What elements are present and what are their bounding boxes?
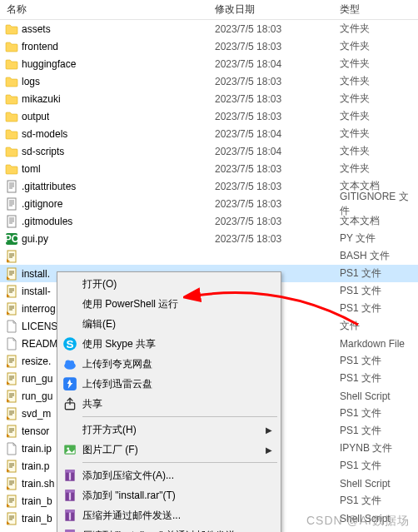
file-name-label: .gitignore — [22, 198, 62, 210]
file-row[interactable]: BASH 文件 — [0, 247, 418, 265]
file-type-cell: 文件夹 — [340, 162, 418, 176]
file-type-cell: PS1 文件 — [340, 301, 418, 316]
svg-rect-43 — [65, 490, 74, 492]
menu-label: 上传到夸克网盘 — [82, 357, 152, 371]
menu-label: 添加到压缩文件(A)... — [82, 469, 174, 483]
folder-icon — [5, 92, 18, 106]
file-date-cell: 2023/7/5 18:03 — [215, 23, 340, 35]
column-header-name[interactable]: 名称 — [0, 2, 215, 17]
file-type-cell: 文件夹 — [340, 109, 418, 123]
file-type-cell: 文件夹 — [340, 22, 418, 36]
file-name-label: resize. — [22, 355, 51, 367]
menu-open[interactable]: 打开(O) — [59, 274, 279, 294]
menu-add-to-archive[interactable]: 添加到压缩文件(A)... — [59, 465, 279, 485]
file-row[interactable]: .gitmodules2023/7/5 18:03文本文档 — [0, 212, 418, 230]
menu-compress-rar-email[interactable]: 压缩到 "install.rar" 并通过邮件发送 — [59, 525, 279, 532]
file-name-label: mikazuki — [22, 93, 61, 105]
picture-icon — [62, 442, 77, 457]
menu-run-powershell[interactable]: 使用 PowerShell 运行 — [59, 294, 279, 314]
script-icon — [5, 250, 18, 263]
menu-label: 使用 Skype 共享 — [82, 337, 156, 351]
menu-label: 压缩并通过邮件发送... — [82, 509, 181, 523]
svg-point-38 — [67, 447, 69, 450]
file-type-cell: PS1 文件 — [340, 406, 418, 420]
menu-share[interactable]: 共享 — [59, 394, 279, 414]
file-type-cell: PS1 文件 — [340, 494, 418, 508]
menu-edit[interactable]: 编辑(E) — [59, 314, 279, 334]
file-row[interactable]: sd-models2023/7/5 18:04文件夹 — [0, 125, 418, 142]
file-name-cell: huggingface — [0, 57, 215, 71]
file-name-label: run_gu — [22, 390, 52, 402]
file-row[interactable]: logs2023/7/5 18:03文件夹 — [0, 72, 418, 90]
file-row[interactable]: output2023/7/5 18:03文件夹 — [0, 107, 418, 125]
blank-icon — [5, 320, 18, 333]
folder-icon — [5, 57, 18, 71]
file-row[interactable]: sd-scripts2023/7/5 18:04文件夹 — [0, 142, 418, 160]
file-type-cell: BASH 文件 — [340, 249, 418, 263]
file-date-cell: 2023/7/5 18:03 — [215, 41, 340, 52]
script-icon — [5, 390, 18, 403]
file-date-cell: 2023/7/5 18:04 — [215, 128, 340, 140]
folder-icon — [5, 22, 18, 36]
menu-pic-factory[interactable]: 图片工厂 (F)▶ — [59, 440, 279, 460]
rar-icon — [62, 488, 77, 503]
script-icon — [5, 425, 18, 438]
menu-label: 打开方式(H) — [82, 423, 137, 437]
file-name-label: .gitattributes — [22, 181, 76, 192]
file-name-cell: PCgui.py — [0, 232, 215, 246]
menu-label: 压缩到 "install.rar" 并通过邮件发送 — [82, 529, 236, 533]
menu-label: 添加到 "install.rar"(T) — [82, 489, 176, 503]
menu-separator — [82, 416, 277, 417]
skype-icon: S — [62, 336, 77, 351]
xunlei-icon — [62, 376, 77, 391]
file-name-label: gui.py — [22, 233, 48, 245]
file-row[interactable]: PCgui.py2023/7/5 18:03PY 文件 — [0, 230, 418, 247]
file-row[interactable]: .gitignore2023/7/5 18:03GITIGNORE 文件 — [0, 195, 418, 212]
file-row[interactable]: mikazuki2023/7/5 18:03文件夹 — [0, 90, 418, 107]
file-date-cell: 2023/7/5 18:03 — [215, 198, 340, 210]
script-icon — [5, 302, 18, 316]
menu-skype-share[interactable]: S 使用 Skype 共享 — [59, 334, 279, 354]
file-name-label: train_b — [22, 513, 52, 525]
svg-point-34 — [69, 360, 74, 365]
file-row[interactable]: assets2023/7/5 18:03文件夹 — [0, 20, 418, 37]
menu-upload-xunlei[interactable]: 上传到迅雷云盘 — [59, 374, 279, 394]
file-type-cell: 文件夹 — [340, 127, 418, 141]
file-name-label: run_gu — [22, 373, 52, 385]
file-type-cell: 文件夹 — [340, 144, 418, 158]
file-type-cell: 文件夹 — [340, 74, 418, 88]
file-name-cell: sd-models — [0, 127, 215, 141]
blank-icon — [5, 442, 18, 455]
file-name-label: train_b — [22, 495, 52, 507]
file-date-cell: 2023/7/5 18:03 — [215, 181, 340, 192]
menu-label: 打开(O) — [82, 277, 117, 291]
file-name-cell: toml — [0, 162, 215, 176]
script-icon — [5, 372, 18, 385]
file-date-cell: 2023/7/5 18:03 — [215, 111, 340, 122]
file-row[interactable]: huggingface2023/7/5 18:04文件夹 — [0, 55, 418, 72]
menu-label: 共享 — [82, 397, 102, 411]
file-row[interactable]: toml2023/7/5 18:03文件夹 — [0, 160, 418, 177]
column-header-type[interactable]: 类型 — [340, 2, 418, 17]
menu-compress-email[interactable]: 压缩并通过邮件发送... — [59, 505, 279, 525]
file-name-cell: assets — [0, 22, 215, 36]
menu-label: 编辑(E) — [82, 317, 116, 331]
file-name-label: train.p — [22, 460, 49, 472]
rar-icon — [62, 468, 77, 483]
file-name-cell: frontend — [0, 40, 215, 53]
menu-upload-kuake[interactable]: 上传到夸克网盘 — [59, 354, 279, 374]
file-date-cell: 2023/7/5 18:03 — [215, 216, 340, 227]
menu-open-with[interactable]: 打开方式(H)▶ — [59, 420, 279, 440]
cloud-icon — [62, 356, 77, 371]
file-row[interactable]: frontend2023/7/5 18:03文件夹 — [0, 37, 418, 55]
menu-separator — [82, 462, 277, 463]
file-date-cell: 2023/7/5 18:03 — [215, 163, 340, 175]
script-icon — [5, 355, 18, 368]
file-type-cell: 文件 — [340, 319, 418, 333]
column-header-date[interactable]: 修改日期 — [215, 2, 340, 17]
file-date-cell: 2023/7/5 18:04 — [215, 146, 340, 157]
file-name-label: toml — [22, 163, 41, 175]
file-name-label: LICENS — [22, 321, 57, 332]
menu-add-to-rar[interactable]: 添加到 "install.rar"(T) — [59, 485, 279, 505]
watermark-text: CSDN @AI数据场 — [306, 514, 410, 529]
